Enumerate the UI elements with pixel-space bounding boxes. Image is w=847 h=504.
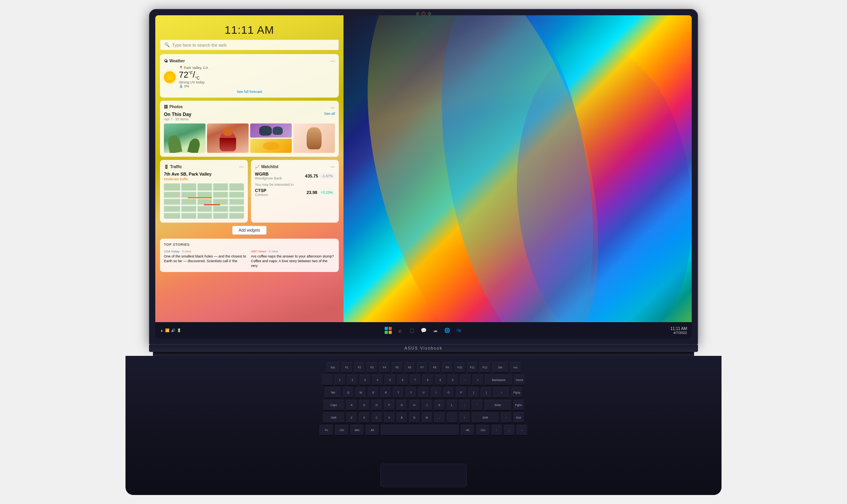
- key-shift-left[interactable]: Shift: [323, 412, 345, 423]
- taskbar-store-button[interactable]: 🛍: [454, 326, 463, 335]
- photo-1[interactable]: [164, 123, 205, 153]
- taskbar-widgets-button[interactable]: ☁: [431, 326, 440, 335]
- photos-see-all-link[interactable]: See all: [324, 112, 335, 116]
- key-2[interactable]: 2: [347, 375, 358, 386]
- key-end[interactable]: End: [513, 412, 524, 423]
- key-pgup[interactable]: PgUp: [511, 387, 522, 398]
- key-quote[interactable]: ': [472, 400, 483, 411]
- key-ctrl-left[interactable]: Ctrl: [335, 425, 349, 436]
- key-semicolon[interactable]: ;: [459, 400, 470, 411]
- key-win[interactable]: Win: [350, 425, 364, 436]
- key-x[interactable]: X: [359, 412, 370, 423]
- key-backspace[interactable]: Backspace: [485, 375, 513, 386]
- key-home[interactable]: Home: [514, 375, 525, 386]
- key-7[interactable]: 7: [410, 375, 421, 386]
- traffic-more-button[interactable]: ···: [239, 164, 244, 169]
- photo-2[interactable]: [207, 123, 249, 153]
- key-d[interactable]: D: [371, 400, 382, 411]
- key-shift-right[interactable]: Shift: [472, 412, 499, 423]
- key-f12[interactable]: F12: [480, 362, 491, 373]
- key-alt-left[interactable]: Alt: [365, 425, 379, 436]
- taskbar-search-button[interactable]: ⌕: [396, 326, 404, 335]
- key-f4[interactable]: F4: [379, 362, 390, 373]
- key-f1[interactable]: F1: [342, 362, 353, 373]
- add-widgets-button[interactable]: Add widgets: [232, 226, 267, 235]
- key-f9[interactable]: F9: [442, 362, 453, 373]
- trackpad[interactable]: [380, 464, 467, 487]
- key-8[interactable]: 8: [422, 375, 433, 386]
- system-clock[interactable]: 11:11 AM 4/7/2022: [671, 326, 687, 335]
- key-a[interactable]: A: [346, 400, 357, 411]
- key-4[interactable]: 4: [372, 375, 383, 386]
- story-item-1[interactable]: USA Today · 3 mins One of the smallest b…: [164, 250, 248, 268]
- key-del[interactable]: Del: [492, 362, 509, 373]
- key-c[interactable]: C: [371, 412, 382, 423]
- weather-forecast-link[interactable]: See full forecast: [164, 90, 335, 94]
- key-0[interactable]: 0: [447, 375, 458, 386]
- key-3[interactable]: 3: [360, 375, 371, 386]
- key-space[interactable]: [381, 425, 459, 436]
- key-ctrl-right[interactable]: Ctrl: [476, 425, 490, 436]
- story-item-2[interactable]: NBC News · 5 mins Are coffee naps the an…: [251, 250, 335, 268]
- key-f11[interactable]: F11: [467, 362, 478, 373]
- key-bracket-right[interactable]: ]: [481, 387, 492, 398]
- key-f8[interactable]: F8: [429, 362, 440, 373]
- key-caps[interactable]: Caps: [323, 400, 345, 411]
- photo-3[interactable]: [250, 123, 292, 153]
- key-period[interactable]: .: [447, 412, 458, 423]
- key-insert[interactable]: Ins: [510, 362, 521, 373]
- key-f7[interactable]: F7: [417, 362, 428, 373]
- key-l[interactable]: L: [447, 400, 458, 411]
- weather-more-button[interactable]: ···: [330, 58, 335, 63]
- key-g[interactable]: G: [396, 400, 407, 411]
- key-arrow-up[interactable]: ↑: [501, 412, 512, 423]
- key-backtick[interactable]: `: [322, 375, 333, 386]
- key-esc[interactable]: Esc: [326, 362, 340, 373]
- key-tab[interactable]: Tab: [325, 387, 341, 398]
- key-slash[interactable]: /: [459, 412, 470, 423]
- key-equals[interactable]: =: [473, 375, 483, 386]
- key-u[interactable]: U: [418, 387, 429, 398]
- taskbar-teams-button[interactable]: 💬: [419, 326, 428, 335]
- key-j[interactable]: J: [422, 400, 433, 411]
- key-enter[interactable]: Enter: [484, 400, 512, 411]
- key-r[interactable]: R: [380, 387, 391, 398]
- key-arrow-left[interactable]: ←: [491, 425, 502, 436]
- key-h[interactable]: H: [409, 400, 420, 411]
- key-b[interactable]: B: [396, 412, 407, 423]
- search-bar[interactable]: 🔍 Type here to search the web: [160, 40, 339, 50]
- key-e[interactable]: E: [368, 387, 379, 398]
- key-o[interactable]: O: [443, 387, 454, 398]
- key-arrow-down[interactable]: ↓: [504, 425, 515, 436]
- key-comma[interactable]: ,: [434, 412, 445, 423]
- taskbar-taskview-button[interactable]: ⬚: [407, 326, 416, 335]
- key-f2[interactable]: F2: [354, 362, 365, 373]
- key-m[interactable]: M: [422, 412, 433, 423]
- key-bracket-left[interactable]: [: [468, 387, 479, 398]
- key-arrow-right[interactable]: →: [516, 425, 527, 436]
- key-f5[interactable]: F5: [392, 362, 403, 373]
- key-6[interactable]: 6: [397, 375, 408, 386]
- key-z[interactable]: Z: [346, 412, 357, 423]
- key-t[interactable]: T: [393, 387, 404, 398]
- taskbar-notification-icon[interactable]: ▲: [160, 328, 164, 332]
- key-9[interactable]: 9: [435, 375, 446, 386]
- start-button[interactable]: [384, 326, 393, 335]
- key-1[interactable]: 1: [334, 375, 345, 386]
- key-f6[interactable]: F6: [404, 362, 415, 373]
- key-v[interactable]: V: [384, 412, 395, 423]
- photos-more-button[interactable]: ···: [330, 105, 335, 110]
- key-p[interactable]: P: [456, 387, 467, 398]
- key-f3[interactable]: F3: [367, 362, 378, 373]
- key-backslash[interactable]: \: [493, 387, 510, 398]
- key-5[interactable]: 5: [385, 375, 396, 386]
- key-pgdn[interactable]: PgDn: [513, 400, 524, 411]
- key-q[interactable]: Q: [343, 387, 354, 398]
- key-k[interactable]: K: [434, 400, 445, 411]
- key-w[interactable]: W: [355, 387, 366, 398]
- key-f10[interactable]: F10: [454, 362, 465, 373]
- key-alt-right[interactable]: Alt: [461, 425, 474, 436]
- taskbar-edge-button[interactable]: 🌐: [443, 326, 451, 335]
- key-minus[interactable]: -: [460, 375, 471, 386]
- key-i[interactable]: I: [431, 387, 442, 398]
